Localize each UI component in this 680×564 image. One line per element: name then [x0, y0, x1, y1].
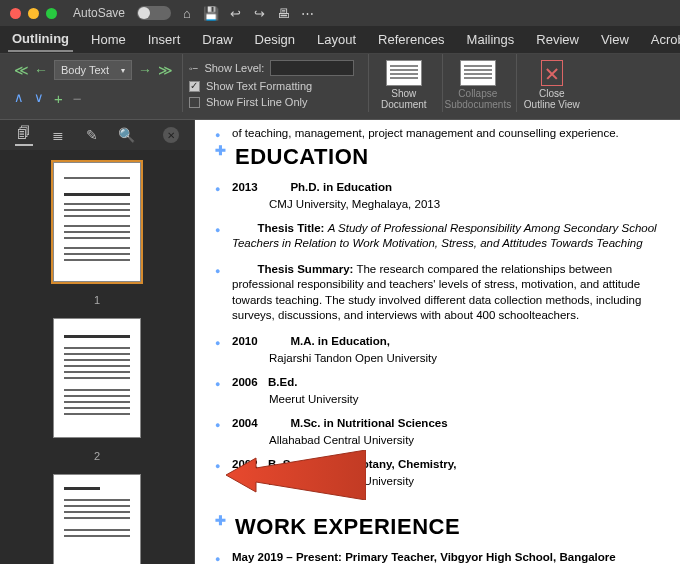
- show-level-icon: ◦−: [189, 63, 198, 74]
- body-text: of teaching, management, project managem…: [232, 126, 619, 142]
- tab-outlining[interactable]: Outlining: [8, 27, 73, 52]
- tab-layout[interactable]: Layout: [313, 28, 360, 51]
- body-text: 2010 M.A. in Education,: [232, 334, 390, 350]
- body-text: 2013 Ph.D. in Education: [232, 180, 392, 196]
- ribbon: ≪ ← Body Text▾ → ≫ ∧ ∨ + − ◦− Show Level…: [0, 54, 680, 120]
- body-text: Allahabad Central University: [269, 474, 666, 490]
- document-outline[interactable]: ●of teaching, management, project manage…: [195, 120, 680, 564]
- close-outline-label: Close Outline View: [524, 88, 580, 110]
- tab-review[interactable]: Review: [532, 28, 583, 51]
- tab-design[interactable]: Design: [251, 28, 299, 51]
- thumbnail-pane-tab[interactable]: 🗐: [15, 125, 33, 146]
- page-thumbnail-3[interactable]: [53, 474, 141, 564]
- bullet-icon: ●: [215, 266, 224, 276]
- tab-mailings[interactable]: Mailings: [463, 28, 519, 51]
- heading-work-experience: WORK EXPERIENCE: [235, 514, 460, 540]
- show-first-line-checkbox[interactable]: [189, 97, 200, 108]
- review-pane-tab[interactable]: ✎: [83, 127, 101, 143]
- body-text: Thesis Summary: The research compared th…: [232, 262, 666, 324]
- body-text: Thesis Title: A Study of Professional Re…: [232, 221, 666, 252]
- home-icon[interactable]: ⌂: [179, 5, 195, 21]
- outline-level-dropdown[interactable]: Body Text▾: [54, 60, 132, 80]
- bullet-icon: ●: [215, 461, 224, 471]
- page-thumbnail-2[interactable]: [53, 318, 141, 438]
- print-icon[interactable]: 🖶: [275, 5, 291, 21]
- promote-icon[interactable]: ←: [34, 63, 48, 77]
- outline-expand-icon[interactable]: ✚: [215, 514, 227, 527]
- outline-tools-group: ≪ ← Body Text▾ → ≫ ∧ ∨ + −: [0, 54, 182, 111]
- thumb-label-2: 2: [94, 450, 100, 462]
- autosave-label: AutoSave: [73, 6, 125, 20]
- tab-draw[interactable]: Draw: [198, 28, 236, 51]
- close-window-icon[interactable]: [10, 8, 21, 19]
- find-pane-tab[interactable]: 🔍: [117, 127, 135, 143]
- outline-pane-tab[interactable]: ≣: [49, 127, 67, 143]
- promote-to-heading1-icon[interactable]: ≪: [14, 63, 28, 77]
- chevron-updown-icon: ▾: [121, 66, 125, 75]
- bullet-icon: ●: [215, 130, 224, 140]
- titlebar: AutoSave ⌂ 💾 ↩ ↪ 🖶 ⋯: [0, 0, 680, 26]
- body-text: Rajarshi Tandon Open University: [269, 351, 666, 367]
- more-icon[interactable]: ⋯: [299, 5, 315, 21]
- document-icon: [386, 60, 422, 86]
- close-pane-icon[interactable]: ✕: [163, 127, 179, 143]
- body-text: 2004 M.Sc. in Nutritional Sciences: [232, 416, 448, 432]
- body-text: 2006B.Ed.: [232, 375, 297, 391]
- bullet-icon: ●: [215, 338, 224, 348]
- show-document-button[interactable]: Show Document: [368, 54, 438, 112]
- navigation-pane: 🗐 ≣ ✎ 🔍 ✕ 1 2: [0, 120, 195, 564]
- bullet-icon: ●: [215, 379, 224, 389]
- autosave-toggle[interactable]: [137, 6, 171, 20]
- window-controls[interactable]: [10, 8, 57, 19]
- demote-icon[interactable]: →: [138, 63, 152, 77]
- heading-education: EDUCATION: [235, 144, 369, 170]
- collapse-subdocuments-label: Collapse Subdocuments: [444, 88, 511, 110]
- show-group: ◦− Show Level: Show Text Formatting Show…: [182, 54, 364, 112]
- show-level-dropdown[interactable]: [270, 60, 354, 76]
- bullet-icon: ●: [215, 184, 224, 194]
- tab-insert[interactable]: Insert: [144, 28, 185, 51]
- page-thumbnail-1[interactable]: [53, 162, 141, 282]
- collapse-icon[interactable]: −: [73, 90, 82, 107]
- move-down-icon[interactable]: ∨: [34, 90, 44, 107]
- show-document-label: Show Document: [381, 88, 427, 110]
- close-outline-view-button[interactable]: Close Outline View: [516, 54, 586, 112]
- tab-view[interactable]: View: [597, 28, 633, 51]
- expand-icon[interactable]: +: [54, 90, 63, 107]
- zoom-window-icon[interactable]: [46, 8, 57, 19]
- undo-icon[interactable]: ↩: [227, 5, 243, 21]
- minimize-window-icon[interactable]: [28, 8, 39, 19]
- tab-home[interactable]: Home: [87, 28, 130, 51]
- body-text: Meerut University: [269, 392, 666, 408]
- body-text: 2002B. Sc. Zoology, Botany, Chemistry,: [232, 457, 457, 473]
- body-text: May 2019 – Present: Primary Teacher, Vib…: [232, 550, 616, 564]
- thumb-label-1: 1: [94, 294, 100, 306]
- collapse-subdocuments-button[interactable]: Collapse Subdocuments: [442, 54, 512, 112]
- subdocuments-icon: [460, 60, 496, 86]
- demote-to-body-icon[interactable]: ≫: [158, 63, 172, 77]
- bullet-icon: ●: [215, 225, 224, 235]
- redo-icon[interactable]: ↪: [251, 5, 267, 21]
- bullet-icon: ●: [215, 554, 224, 564]
- outline-level-value: Body Text: [61, 64, 109, 76]
- tab-acrobat[interactable]: Acrobat: [647, 28, 680, 51]
- show-level-label: Show Level:: [204, 62, 264, 74]
- show-text-formatting-checkbox[interactable]: [189, 81, 200, 92]
- ribbon-tabs: Outlining Home Insert Draw Design Layout…: [0, 26, 680, 54]
- save-icon[interactable]: 💾: [203, 5, 219, 21]
- tab-references[interactable]: References: [374, 28, 448, 51]
- body-text: CMJ University, Meghalaya, 2013: [269, 197, 666, 213]
- show-text-formatting-label: Show Text Formatting: [206, 80, 312, 92]
- body-text: Allahabad Central University: [269, 433, 666, 449]
- outline-expand-icon[interactable]: ✚: [215, 144, 227, 157]
- show-first-line-label: Show First Line Only: [206, 96, 307, 108]
- bullet-icon: ●: [215, 420, 224, 430]
- close-icon: [541, 60, 563, 86]
- move-up-icon[interactable]: ∧: [14, 90, 24, 107]
